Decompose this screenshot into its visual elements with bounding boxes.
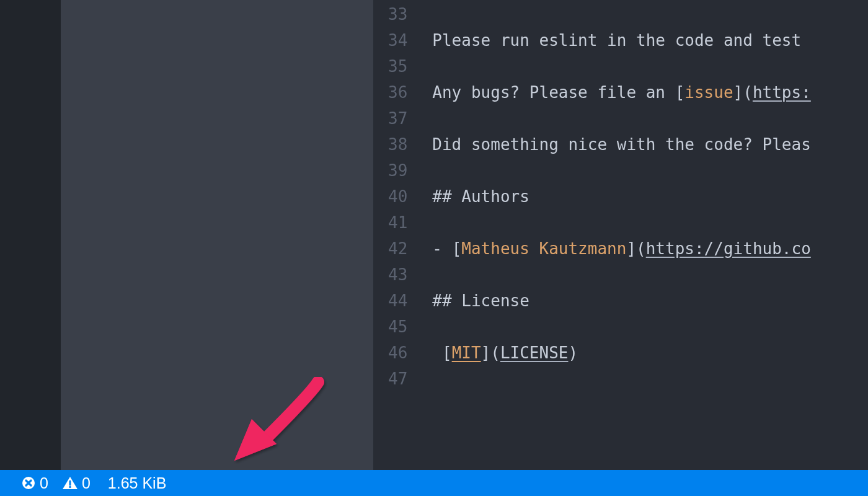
code-segment: Any bugs? Please file an xyxy=(432,83,675,102)
line-number: 46 xyxy=(388,340,407,366)
code-segment: ] xyxy=(626,239,636,258)
line-number: 33 xyxy=(388,1,407,27)
line-number: 38 xyxy=(388,131,407,157)
code-line[interactable]: ## Authors xyxy=(432,184,868,210)
errors-indicator[interactable]: 0 xyxy=(21,474,48,492)
code-line[interactable]: - [Matheus Kautzmann](https://github.co xyxy=(432,236,868,262)
code-line[interactable]: Any bugs? Please file an [issue](https: xyxy=(432,79,868,105)
line-number: 34 xyxy=(388,27,407,53)
svg-point-4 xyxy=(69,486,71,489)
code-line[interactable] xyxy=(432,262,868,288)
errors-count: 0 xyxy=(40,474,48,492)
error-icon xyxy=(21,476,36,490)
code-segment: Matheus Kautzmann xyxy=(461,239,626,258)
line-number: 40 xyxy=(388,184,407,210)
line-number: 35 xyxy=(388,53,407,79)
code-segment: ## Authors xyxy=(432,187,529,206)
code-segment: https: xyxy=(753,83,811,102)
code-segment: issue xyxy=(684,83,733,102)
code-segment xyxy=(432,343,442,362)
code-line[interactable] xyxy=(432,210,868,236)
code-segment: ) xyxy=(568,343,578,362)
code-segment: ( xyxy=(743,83,753,102)
warnings-count: 0 xyxy=(82,474,91,492)
line-number: 45 xyxy=(388,314,407,340)
line-number: 36 xyxy=(388,79,407,105)
code-line[interactable] xyxy=(432,366,868,392)
status-bar: 0 0 1.65 KiB xyxy=(0,470,868,496)
code-line[interactable]: [MIT](LICENSE) xyxy=(432,340,868,366)
code-segment: [ xyxy=(442,343,452,362)
line-number: 44 xyxy=(388,288,407,314)
code-segment: ] xyxy=(733,83,743,102)
code-line[interactable]: ## License xyxy=(432,288,868,314)
code-segment: Please run eslint in the code and test xyxy=(432,31,810,50)
warnings-indicator[interactable]: 0 xyxy=(62,474,91,492)
code-segment: ## License xyxy=(432,291,529,310)
filesize-indicator[interactable]: 1.65 KiB xyxy=(108,474,167,492)
code-segment: [ xyxy=(675,83,685,102)
line-number: 47 xyxy=(388,366,407,392)
annotation-arrow xyxy=(216,377,327,476)
code-line[interactable]: Did something nice with the code? Pleas xyxy=(432,131,868,157)
activity-bar[interactable] xyxy=(0,0,61,470)
code-segment: LICENSE xyxy=(500,343,569,362)
main-area: 333435363738394041424344454647 Please ru… xyxy=(0,0,868,470)
code-line[interactable] xyxy=(432,157,868,184)
line-number: 42 xyxy=(388,236,407,262)
code-line[interactable] xyxy=(432,314,868,340)
line-number: 43 xyxy=(388,262,407,288)
code-line[interactable] xyxy=(432,1,868,27)
filesize-value: 1.65 KiB xyxy=(108,474,167,492)
code-segment: https://github.co xyxy=(646,239,811,258)
line-number: 37 xyxy=(388,105,407,131)
sidebar[interactable] xyxy=(61,0,373,470)
editor-pane[interactable]: 333435363738394041424344454647 Please ru… xyxy=(373,0,868,470)
code-line[interactable]: Please run eslint in the code and test xyxy=(432,27,868,53)
code-segment: ] xyxy=(481,343,491,362)
code-segment: Did something nice with the code? Pleas xyxy=(432,135,810,154)
code-content[interactable]: Please run eslint in the code and test A… xyxy=(432,0,868,470)
code-segment: [ xyxy=(452,239,462,258)
code-segment: - xyxy=(432,239,451,258)
app-root: 333435363738394041424344454647 Please ru… xyxy=(0,0,868,496)
line-number: 39 xyxy=(388,157,407,184)
code-segment: ( xyxy=(636,239,646,258)
warning-icon xyxy=(62,476,78,490)
line-number-gutter: 333435363738394041424344454647 xyxy=(373,0,432,470)
code-line[interactable] xyxy=(432,105,868,131)
code-line[interactable] xyxy=(432,53,868,79)
code-segment: ( xyxy=(490,343,500,362)
line-number: 41 xyxy=(388,210,407,236)
code-segment: MIT xyxy=(452,343,481,362)
